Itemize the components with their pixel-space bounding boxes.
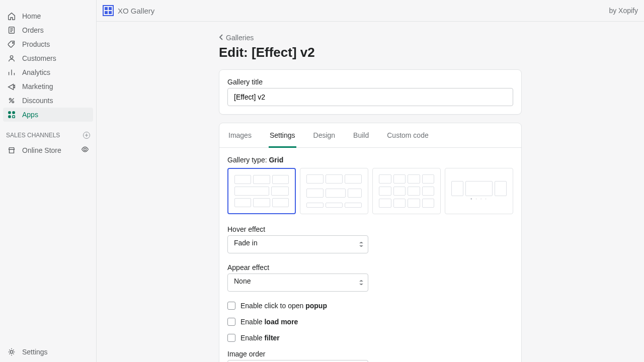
svg-point-1 <box>13 42 14 43</box>
hover-effect-label: Hover effect <box>227 225 513 233</box>
sidebar-item-marketing[interactable]: Marketing <box>3 79 93 94</box>
carousel-dots-icon: • · · · <box>470 196 488 202</box>
tabs: Images Settings Design Build Custom code <box>219 123 521 148</box>
sidebar-item-online-store[interactable]: Online Store <box>3 143 93 157</box>
sidebar-item-discounts[interactable]: Discounts <box>3 94 93 108</box>
checkbox-icon <box>227 302 235 310</box>
gallery-type-masonry[interactable] <box>300 168 368 214</box>
checkbox-label: Enable click to open popup <box>240 302 327 310</box>
appear-effect-select[interactable]: None <box>227 274 368 292</box>
apps-icon <box>7 110 16 119</box>
enable-filter-checkbox[interactable]: Enable filter <box>227 334 513 342</box>
app-name: XO Gallery <box>118 7 154 15</box>
sidebar-item-products[interactable]: Products <box>3 37 93 51</box>
tab-design[interactable]: Design <box>312 123 337 147</box>
svg-point-10 <box>10 350 13 353</box>
sidebar-item-apps[interactable]: Apps <box>3 108 93 122</box>
breadcrumb-galleries[interactable]: Galleries <box>219 34 522 42</box>
add-channel-icon[interactable] <box>83 132 90 139</box>
topbar: XO Gallery by Xopify <box>97 0 644 22</box>
sidebar-item-home[interactable]: Home <box>3 9 93 23</box>
nav-label: Online Store <box>22 146 61 154</box>
nav-label: Analytics <box>22 68 50 76</box>
gallery-title-input[interactable] <box>227 88 513 106</box>
checkbox-icon <box>227 318 235 326</box>
nav-label: Apps <box>22 111 38 119</box>
gallery-type-justified[interactable] <box>372 168 441 214</box>
svg-rect-8 <box>13 116 15 118</box>
tab-build[interactable]: Build <box>352 123 370 147</box>
nav-label: Products <box>22 40 50 48</box>
title-label: Gallery title <box>227 78 513 86</box>
gear-icon <box>7 347 16 356</box>
breadcrumb-label: Galleries <box>226 34 254 42</box>
svg-point-4 <box>12 101 14 103</box>
svg-point-3 <box>10 99 12 101</box>
orders-icon <box>7 26 16 35</box>
checkbox-icon <box>227 334 235 342</box>
products-icon <box>7 40 16 49</box>
nav-label: Orders <box>22 26 44 34</box>
view-store-icon[interactable] <box>81 145 89 155</box>
store-icon <box>7 146 16 155</box>
customers-icon <box>7 54 16 63</box>
enable-loadmore-checkbox[interactable]: Enable load more <box>227 318 513 326</box>
svg-rect-5 <box>9 112 11 114</box>
gallery-type-label: Gallery type: Grid <box>227 156 513 164</box>
svg-point-9 <box>84 148 87 151</box>
nav-label: Marketing <box>22 82 53 90</box>
by-xopify: by Xopify <box>609 7 638 15</box>
image-order-select[interactable]: Normal <box>227 360 368 362</box>
tab-images[interactable]: Images <box>227 123 253 147</box>
nav-label: Settings <box>22 348 48 356</box>
analytics-icon <box>7 68 16 77</box>
sidebar-item-customers[interactable]: Customers <box>3 51 93 65</box>
svg-point-2 <box>10 56 13 58</box>
svg-rect-6 <box>13 112 15 114</box>
nav-label: Home <box>22 12 41 20</box>
appear-effect-label: Appear effect <box>227 263 513 272</box>
hover-effect-select[interactable]: Fade in <box>227 235 368 253</box>
section-label: SALES CHANNELS <box>6 132 60 139</box>
sidebar-item-settings[interactable]: Settings <box>3 345 93 359</box>
main: XO Gallery by Xopify Galleries Edit: [Ef… <box>97 0 644 362</box>
nav-label: Customers <box>22 54 56 62</box>
tab-custom-code[interactable]: Custom code <box>386 123 429 147</box>
svg-rect-7 <box>9 116 11 118</box>
checkbox-label: Enable filter <box>240 334 280 342</box>
home-icon <box>7 12 16 21</box>
app-logo-icon <box>103 5 114 16</box>
gallery-type-grid[interactable] <box>227 168 296 214</box>
enable-popup-checkbox[interactable]: Enable click to open popup <box>227 302 513 310</box>
gallery-title-card: Gallery title <box>219 69 522 115</box>
checkbox-label: Enable load more <box>240 318 298 326</box>
page-title: Edit: [Effect] v2 <box>219 45 522 60</box>
gallery-type-options: • · · · <box>227 168 513 214</box>
gallery-type-carousel[interactable]: • · · · <box>445 168 513 214</box>
marketing-icon <box>7 82 16 91</box>
sales-channels-header: SALES CHANNELS <box>0 125 96 143</box>
nav-label: Discounts <box>22 97 53 105</box>
image-order-label: Image order <box>227 350 513 358</box>
sidebar-item-analytics[interactable]: Analytics <box>3 65 93 79</box>
sidebar-item-orders[interactable]: Orders <box>3 23 93 37</box>
tab-settings[interactable]: Settings <box>269 123 296 148</box>
settings-card: Images Settings Design Build Custom code… <box>219 123 522 362</box>
discounts-icon <box>7 96 16 105</box>
sidebar: Home Orders Products Customers Analytics… <box>0 0 97 362</box>
chevron-left-icon <box>219 34 224 42</box>
